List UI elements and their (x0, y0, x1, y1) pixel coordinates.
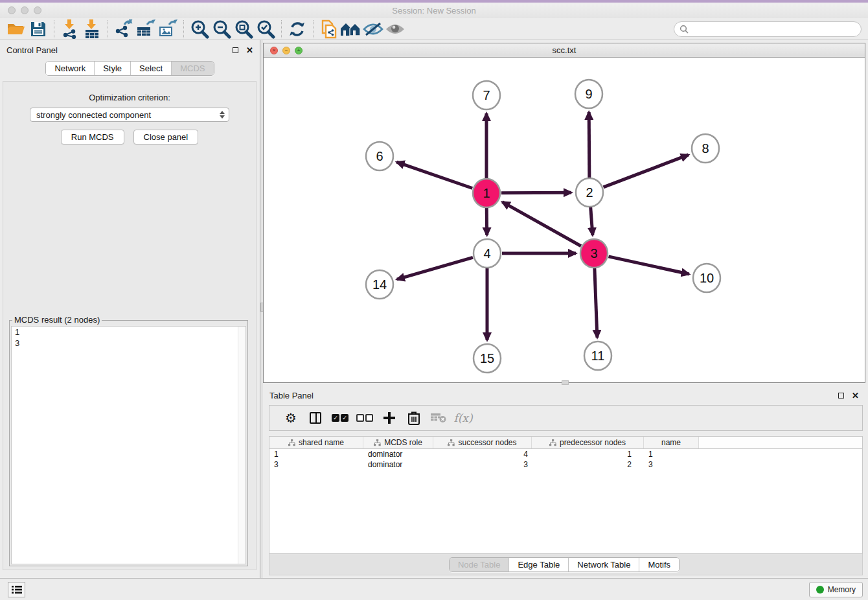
tab-style[interactable]: Style (94, 62, 130, 75)
table-row[interactable]: 3dominator323 (269, 459, 862, 470)
close-table-panel-icon[interactable]: ✕ (852, 393, 859, 398)
result-scrollbar[interactable] (238, 327, 246, 564)
tab-motifs[interactable]: Motifs (639, 558, 679, 571)
column-header-filler (699, 437, 862, 448)
select-stepper-icon (220, 111, 225, 119)
float-panel-icon[interactable] (233, 47, 238, 53)
control-panel: Control Panel ✕ NetworkStyleSelectMCDS O… (0, 40, 260, 578)
show-graphics-details-icon[interactable] (384, 19, 406, 39)
optimization-criterion-label: Optimization criterion: (3, 93, 256, 102)
graph-edge-2-3[interactable] (591, 207, 593, 235)
network-canvas[interactable]: 7968124314101511 (264, 58, 865, 382)
graph-edge-2-9[interactable] (589, 112, 589, 178)
column-header-MCDS-role[interactable]: MCDS role (363, 437, 433, 448)
graph-node-label: 9 (585, 87, 592, 101)
table-cell[interactable]: 3 (644, 460, 699, 469)
mcds-result-textarea[interactable]: 13 (11, 326, 246, 564)
toolbar-separator (281, 20, 282, 38)
horizontal-splitter-grip[interactable] (562, 380, 569, 385)
close-panel-button[interactable]: Close panel (133, 130, 199, 144)
delete-column-icon[interactable] (402, 408, 426, 428)
column-header-label: predecessor nodes (560, 438, 626, 447)
task-history-button[interactable] (8, 582, 25, 597)
table-cell[interactable]: 3 (269, 460, 363, 469)
search-input[interactable] (692, 23, 861, 35)
column-header-name[interactable]: name (644, 437, 699, 448)
import-network-icon[interactable] (59, 19, 81, 39)
table-cell[interactable]: dominator (363, 450, 433, 459)
table-row[interactable]: 1dominator411 (269, 449, 862, 459)
table-cell[interactable]: 4 (433, 450, 532, 459)
graph-edge-2-8[interactable] (604, 155, 689, 187)
table-cell[interactable]: 1 (269, 450, 363, 459)
list-icon (12, 585, 22, 594)
mcds-result-title: MCDS result (2 nodes) (12, 315, 102, 325)
hide-graphics-details-icon[interactable] (362, 19, 384, 39)
first-neighbors-icon[interactable] (340, 19, 362, 39)
zoom-fit-icon[interactable] (233, 19, 255, 39)
toolbar-separator (54, 20, 54, 38)
graph-edge-3-1[interactable] (502, 202, 581, 246)
table-tabs: Node TableEdge TableNetwork TableMotifs (449, 557, 680, 572)
export-network-icon[interactable] (113, 19, 135, 39)
zoom-in-icon[interactable] (188, 19, 211, 39)
tab-mcds[interactable]: MCDS (171, 62, 213, 75)
graph-edge-3-11[interactable] (595, 268, 597, 338)
add-column-icon[interactable] (377, 408, 402, 428)
delete-table-icon[interactable] (426, 408, 451, 428)
graph-edge-1-2[interactable] (501, 192, 571, 193)
column-header-shared-name[interactable]: shared name (269, 437, 363, 448)
graph-node-label: 14 (372, 277, 387, 292)
tab-edge-table[interactable]: Edge Table (508, 558, 568, 571)
open-session-icon[interactable] (5, 19, 27, 39)
tab-select[interactable]: Select (130, 62, 171, 75)
column-header-label: name (661, 438, 681, 447)
memory-button[interactable]: Memory (809, 582, 863, 597)
save-session-icon[interactable] (27, 19, 49, 39)
select-all-icon[interactable]: ✓✓ (328, 408, 352, 428)
table-cell[interactable]: dominator (363, 460, 433, 469)
tab-node-table[interactable]: Node Table (450, 558, 509, 571)
close-panel-icon[interactable]: ✕ (246, 47, 253, 53)
main-toolbar (0, 18, 868, 40)
float-table-panel-icon[interactable] (838, 393, 844, 398)
search-icon (680, 25, 689, 34)
network-graph[interactable]: 7968124314101511 (264, 58, 865, 382)
tab-network-table[interactable]: Network Table (568, 558, 639, 571)
search-field[interactable] (674, 21, 862, 37)
memory-label: Memory (828, 585, 856, 594)
table-panel: Table Panel ✕ ⚙ ✓✓ f(x) shared nameMCDS … (263, 386, 865, 575)
deselect-all-icon[interactable] (352, 408, 377, 428)
column-header-successor-nodes[interactable]: successor nodes (433, 437, 532, 448)
clone-network-icon[interactable] (318, 19, 340, 39)
export-image-icon[interactable] (157, 19, 179, 39)
table-cell[interactable]: 2 (532, 460, 644, 469)
mcds-result-line: 1 (12, 327, 246, 338)
graph-edge-4-14[interactable] (397, 257, 473, 279)
node-table[interactable]: shared nameMCDS rolesuccessor nodesprede… (269, 436, 863, 554)
table-mode-gear-icon[interactable]: ⚙ (279, 408, 303, 428)
shared-attribute-icon (288, 439, 295, 446)
graph-node-label: 11 (591, 349, 605, 363)
shared-attribute-icon (448, 439, 455, 446)
tab-network[interactable]: Network (46, 62, 94, 75)
graph-node-label: 15 (480, 351, 494, 365)
table-cell[interactable]: 3 (433, 460, 532, 469)
network-window-titlebar[interactable]: × − + scc.txt (264, 43, 865, 58)
refresh-view-icon[interactable] (286, 19, 308, 39)
graph-edge-3-10[interactable] (608, 257, 689, 274)
show-column-icon[interactable] (303, 408, 328, 428)
graph-node-label: 1 (483, 186, 490, 200)
table-cell[interactable]: 1 (532, 450, 644, 459)
optimization-criterion-select[interactable]: strongly connected component (30, 108, 229, 122)
zoom-out-icon[interactable] (211, 19, 233, 39)
column-header-predecessor-nodes[interactable]: predecessor nodes (532, 437, 644, 448)
mcds-result-fieldset: MCDS result (2 nodes) 13 (9, 320, 248, 566)
export-table-icon[interactable] (135, 19, 157, 39)
import-table-icon[interactable] (81, 19, 103, 39)
function-builder-icon[interactable]: f(x) (451, 408, 475, 428)
run-mcds-button[interactable]: Run MCDS (61, 130, 124, 144)
table-cell[interactable]: 1 (644, 450, 699, 459)
graph-edge-1-6[interactable] (396, 162, 472, 188)
zoom-selected-icon[interactable] (255, 19, 277, 39)
